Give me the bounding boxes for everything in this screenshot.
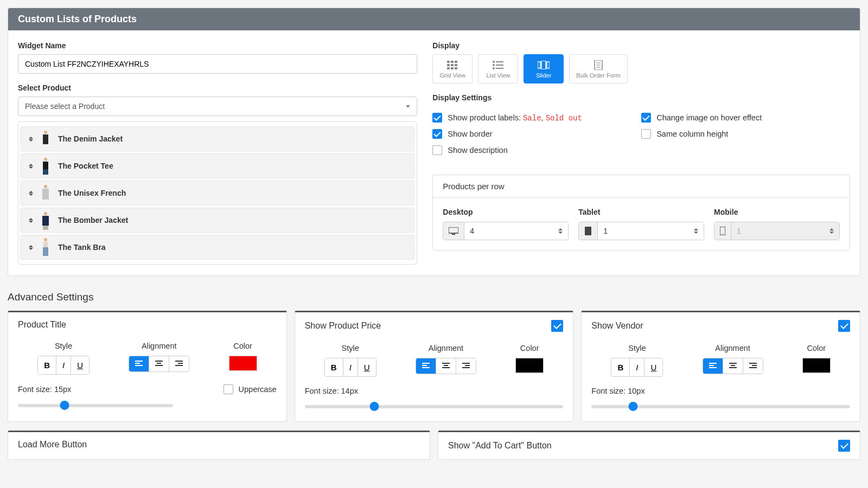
align-center-button[interactable]	[436, 358, 456, 374]
display-grid-button[interactable]: Grid View	[432, 54, 473, 84]
underline-button[interactable]: U	[644, 358, 662, 376]
bold-button[interactable]: B	[611, 358, 630, 376]
product-item[interactable]: The Unisex French	[21, 181, 414, 206]
underline-button[interactable]: U	[71, 356, 89, 374]
product-name: The Tank Bra	[58, 243, 106, 252]
desktop-select[interactable]: 4	[443, 222, 569, 240]
display-option-label: List View	[486, 72, 510, 79]
product-price-card-title: Show Product Price	[305, 321, 381, 331]
align-left-button[interactable]	[129, 356, 149, 371]
color-label: Color	[802, 344, 831, 352]
hover-effect-text: Change image on hover effect	[656, 113, 762, 122]
svg-point-31	[493, 67, 495, 69]
display-option-label: Slider	[536, 72, 551, 79]
svg-rect-42	[585, 227, 591, 235]
align-right-button[interactable]	[456, 358, 476, 374]
svg-rect-12	[43, 226, 48, 230]
uppercase-checkbox[interactable]	[224, 384, 233, 394]
italic-button[interactable]: I	[343, 358, 358, 376]
hover-effect-checkbox[interactable]	[641, 113, 651, 123]
show-border-checkbox[interactable]	[432, 129, 442, 139]
svg-point-29	[493, 64, 495, 66]
products-per-row-title: Products per row	[433, 175, 850, 198]
color-swatch[interactable]	[802, 358, 831, 373]
display-label: Display	[432, 41, 850, 50]
italic-button[interactable]: I	[56, 356, 71, 374]
product-thumb	[39, 236, 53, 258]
bulk-order-icon	[592, 60, 604, 70]
tablet-select[interactable]: 1	[578, 222, 704, 240]
align-left-button[interactable]	[416, 358, 436, 374]
svg-rect-34	[541, 61, 546, 69]
style-label: Style	[37, 342, 90, 350]
chevron-down-icon	[406, 105, 410, 108]
show-labels-checkbox[interactable]	[432, 113, 442, 123]
product-select[interactable]: Please select a Product	[18, 97, 417, 116]
style-label: Style	[611, 344, 663, 352]
product-item[interactable]: The Pocket Tee	[21, 153, 414, 178]
color-swatch[interactable]	[229, 356, 257, 371]
product-thumb	[39, 182, 53, 204]
align-center-button[interactable]	[723, 358, 743, 374]
svg-rect-19	[451, 61, 454, 63]
show-description-checkbox[interactable]	[432, 145, 442, 155]
font-size-label: Font size: 15px	[18, 385, 71, 394]
vendor-toggle[interactable]	[838, 320, 850, 332]
display-settings-label: Display Settings	[432, 93, 850, 102]
bold-button[interactable]: B	[325, 358, 343, 376]
display-option-label: Grid View	[440, 72, 465, 79]
drag-handle-icon[interactable]	[25, 164, 36, 169]
product-name: The Denim Jacket	[58, 134, 123, 143]
drag-handle-icon[interactable]	[25, 218, 36, 223]
font-size-slider[interactable]	[305, 405, 564, 408]
product-price-toggle[interactable]	[551, 320, 563, 332]
product-select-placeholder: Please select a Product	[25, 102, 105, 111]
widget-name-input[interactable]	[18, 54, 417, 74]
svg-point-6	[44, 158, 47, 161]
select-product-label: Select Product	[18, 84, 417, 92]
align-right-button[interactable]	[743, 358, 763, 374]
drag-handle-icon[interactable]	[25, 137, 36, 142]
add-to-cart-toggle[interactable]	[838, 440, 850, 452]
font-size-label: Font size: 10px	[591, 387, 644, 395]
show-border-text: Show border	[448, 130, 492, 138]
same-column-text: Same column height	[656, 130, 728, 138]
mobile-select: 1	[714, 222, 840, 240]
display-slider-button[interactable]: Slider	[524, 54, 564, 84]
svg-rect-4	[43, 162, 48, 169]
panel-title: Custom Lists of Products	[8, 8, 860, 30]
svg-rect-1	[43, 134, 48, 144]
desktop-label: Desktop	[443, 208, 569, 216]
color-swatch[interactable]	[515, 358, 544, 373]
svg-rect-22	[451, 64, 454, 66]
same-column-checkbox[interactable]	[641, 129, 651, 139]
vendor-card-title: Show Vendor	[591, 321, 643, 331]
align-center-button[interactable]	[149, 356, 169, 371]
svg-point-9	[44, 185, 47, 188]
font-size-slider[interactable]	[591, 405, 850, 408]
tablet-label: Tablet	[578, 208, 704, 216]
style-buttons: B I U	[37, 356, 90, 375]
svg-point-17	[44, 238, 47, 241]
font-size-slider[interactable]	[18, 404, 173, 407]
product-item[interactable]: The Tank Bra	[21, 235, 414, 260]
bold-button[interactable]: B	[38, 356, 56, 374]
product-item[interactable]: The Bomber Jacket	[21, 208, 414, 233]
product-item[interactable]: The Denim Jacket	[21, 126, 414, 151]
display-list-button[interactable]: List View	[478, 54, 518, 84]
align-right-button[interactable]	[169, 356, 189, 371]
product-name: The Bomber Jacket	[58, 216, 128, 224]
product-thumb	[39, 155, 53, 177]
display-bulk-button[interactable]: Bulk Order Form	[569, 54, 627, 84]
drag-handle-icon[interactable]	[25, 245, 36, 250]
drag-handle-icon[interactable]	[25, 191, 36, 196]
show-labels-text: Show product labels: Sale, Sold out	[448, 113, 582, 123]
underline-button[interactable]: U	[358, 358, 376, 376]
alignment-label: Alignment	[129, 342, 189, 350]
slider-icon	[538, 60, 550, 70]
svg-rect-40	[449, 227, 458, 233]
align-left-button[interactable]	[703, 358, 723, 374]
svg-rect-5	[43, 169, 48, 175]
uppercase-label: Uppercase	[239, 385, 277, 394]
italic-button[interactable]: I	[630, 358, 644, 376]
